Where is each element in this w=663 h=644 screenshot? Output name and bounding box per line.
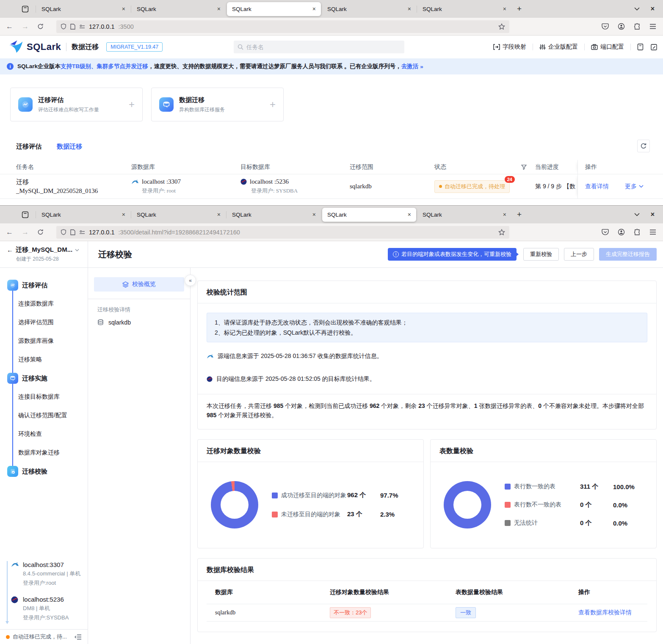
document-icon[interactable] [637,44,644,50]
port-config-button[interactable]: 端口配置 [591,43,624,51]
permissions-icon[interactable] [79,230,85,235]
page-info-icon[interactable] [70,229,75,235]
browser-tab[interactable]: SQLark× [322,2,416,16]
tab-close-icon[interactable]: × [311,211,318,218]
browser-window-bottom: SQLark× SQLark× SQLark× SQLark× SQLark× … [0,206,663,644]
menu-icon[interactable] [649,229,656,235]
extensions-icon[interactable] [634,23,641,30]
account-icon[interactable] [618,228,625,236]
table-count-chart-card: 表数量校验 表行数一致的表 311 个 100.0% [430,439,657,548]
browser-tab-active[interactable]: SQLark× [227,2,321,16]
browser-window-top: SQLark× SQLark× SQLark× SQLark× SQLark× … [0,0,663,206]
tab-migration-eval[interactable]: 迁移评估 [16,143,41,151]
view-db-detail-link[interactable]: 查看数据库校验详情 [578,609,632,616]
reload-icon[interactable] [37,229,44,235]
data-migration-card[interactable]: 数据迁移 异构数据库迁移服务 + [151,88,284,121]
field-mapping-button[interactable]: 字段映射 [493,43,526,51]
extensions-icon[interactable] [634,229,641,236]
url-host: 127.0.0.1 [89,229,114,236]
edit-icon[interactable] [651,44,657,50]
task-list-toggle-icon[interactable] [75,634,82,640]
step-migration-strategy[interactable]: 迁移策略 [0,350,88,369]
banner-capacity-link[interactable]: 支持TB级别、集群多节点并发迁移 [61,63,148,70]
browser-tab[interactable]: SQLark× [36,2,130,16]
activate-link[interactable]: 去激活 [401,63,419,70]
task-search-input[interactable] [234,41,404,53]
shield-icon[interactable] [61,229,66,235]
collapse-panel-button[interactable]: « [185,275,196,286]
back-icon[interactable]: ← [7,246,13,253]
tab-close-icon[interactable]: × [406,6,413,12]
browser-tab[interactable]: SQLark× [417,2,511,16]
migration-eval-card[interactable]: 迁移评估 评估迁移难点和改写工作量 + [10,88,143,121]
filter-icon[interactable] [521,165,527,170]
recheck-button[interactable]: 重新校验 [523,248,559,261]
forward-icon[interactable]: → [22,22,29,31]
source-db-cell: localhost :3307 登录用户: root [131,178,240,195]
tab-close-icon[interactable]: × [215,211,222,218]
firefox-view-icon[interactable] [19,3,31,15]
sidebar-status-bar[interactable]: 自动迁移已完成，待... [0,629,88,644]
account-icon[interactable] [618,23,625,30]
tab-close-icon[interactable]: × [406,211,413,218]
permissions-icon[interactable] [79,24,85,29]
new-tab-button[interactable]: + [513,209,526,220]
pocket-icon[interactable] [602,23,609,30]
list-all-tabs-icon[interactable] [634,213,640,216]
generate-report-button[interactable]: 生成完整迁移报告 [599,248,657,261]
step-connect-source[interactable]: 连接源数据库 [0,294,88,313]
reload-icon[interactable] [37,23,44,30]
app-header: SQLark 数据迁移 MIGRATE_V1.19.47 字段映射 企业版配置 … [0,36,663,58]
browser-tab[interactable]: SQLark× [132,208,226,222]
list-all-tabs-icon[interactable] [634,7,640,11]
enterprise-config-button[interactable]: 企业版配置 [539,43,578,51]
back-icon[interactable]: ← [6,22,13,31]
add-migration-task-icon[interactable]: + [270,99,276,110]
step-connect-target[interactable]: 连接目标数据库 [0,388,88,406]
refresh-list-button[interactable] [637,140,650,152]
task-row[interactable]: 迁移 _MySQL_DM_20250528_0136 localhost :33… [0,174,663,199]
verify-overview-item[interactable]: 校验概览 [94,277,184,292]
page-info-icon[interactable] [70,24,75,30]
tab-title: SQLark [423,212,501,218]
legend-swatch [505,502,511,508]
back-icon[interactable]: ← [6,228,13,237]
shield-icon[interactable] [61,23,66,30]
menu-icon[interactable] [649,24,656,29]
tab-close-icon[interactable]: × [215,6,222,12]
step-confirm-scope[interactable]: 确认迁移范围/配置 [0,406,88,425]
previous-step-button[interactable]: 上一步 [564,248,594,261]
browser-tab-active[interactable]: SQLark× [322,208,416,222]
database-item[interactable]: sqlarkdb [97,319,184,326]
tab-close-icon[interactable]: × [501,211,508,218]
forward-icon[interactable]: → [22,228,29,237]
browser-tab[interactable]: SQLark× [417,208,511,222]
firefox-view-icon[interactable] [19,208,31,221]
pocket-icon[interactable] [602,229,609,236]
section-migration-verify[interactable]: 迁移校验 [0,462,88,481]
address-bar[interactable]: 127.0.0.1:3500/detail.html?id=1928868212… [56,226,509,239]
step-object-migration[interactable]: 数据库对象迁移 [0,443,88,462]
chevron-down-icon[interactable] [75,249,79,251]
step-select-scope[interactable]: 选择评估范围 [0,313,88,332]
tab-data-migration[interactable]: 数据迁移 [57,143,82,151]
view-details-link[interactable]: 查看详情 [585,183,609,190]
bookmark-star-icon[interactable] [498,229,505,236]
bookmark-star-icon[interactable] [498,23,505,30]
address-bar[interactable]: 127.0.0.1:3500 [56,20,509,33]
new-tab-button[interactable]: + [513,3,526,14]
tab-bar: SQLark× SQLark× SQLark× SQLark× SQLark× … [0,206,663,223]
more-dropdown[interactable]: 更多 [625,183,644,190]
step-source-profile[interactable]: 源数据库画像 [0,332,88,350]
tab-close-icon[interactable]: × [311,6,318,12]
browser-tab[interactable]: SQLark× [227,208,321,222]
tab-close-icon[interactable]: × [501,6,508,12]
add-eval-task-icon[interactable]: + [129,99,135,110]
tab-close-icon[interactable]: × [120,211,127,218]
tab-close-icon[interactable]: × [120,6,127,12]
step-env-check[interactable]: 环境检查 [0,425,88,443]
window-close-icon[interactable]: × [651,5,655,13]
browser-tab[interactable]: SQLark× [36,208,130,222]
window-close-icon[interactable]: × [651,211,655,218]
browser-tab[interactable]: SQLark× [132,2,226,16]
